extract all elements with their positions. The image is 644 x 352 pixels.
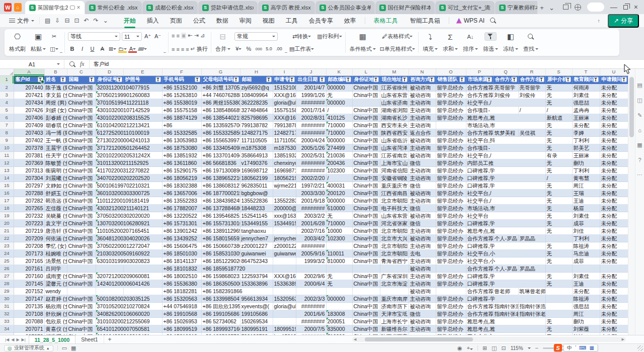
cell-A25[interactable]: 207165 bbox=[14, 257, 44, 265]
cell-C10[interactable]: China中国 bbox=[67, 144, 96, 151]
cell-U33[interactable]: 未分配 bbox=[600, 317, 628, 325]
cell-P2[interactable]: 合作方推荐 bbox=[466, 83, 493, 91]
cell-I28[interactable]: 153363896 bbox=[273, 280, 296, 287]
cell-P9[interactable]: 社交平台,抖 bbox=[466, 136, 545, 144]
cell-C31[interactable]: China中国 bbox=[67, 302, 96, 310]
cell-F19[interactable]: +86 13220522 bbox=[162, 212, 201, 219]
column-header-K[interactable]: K bbox=[326, 69, 352, 75]
cell-G7[interactable]: +86 1335925706 bbox=[201, 121, 240, 129]
document-tab[interactable]: S 可过_支付宝+_滴滴 bbox=[435, 1, 495, 14]
filter-dropdown-icon[interactable] bbox=[60, 77, 66, 82]
cell-D7[interactable]: 610104200212213421 bbox=[96, 121, 162, 129]
cell-H14[interactable]: 180562199 bbox=[240, 174, 273, 182]
cell-F6[interactable]: +86 18874129 bbox=[162, 114, 201, 121]
cell-L3[interactable]: China中国 bbox=[352, 91, 380, 99]
cell-B26[interactable]: 吕同学 bbox=[44, 265, 67, 272]
cell-F11[interactable]: +86 13851932 bbox=[162, 151, 201, 159]
cell-O17[interactable]: 留学总经办 bbox=[436, 197, 466, 204]
column-header-T[interactable]: T bbox=[572, 69, 600, 75]
row-number-1[interactable]: 1 bbox=[0, 75, 14, 83]
cell-C27[interactable]: China中国 bbox=[67, 272, 96, 280]
cell-K9[interactable]: 000000 bbox=[326, 136, 352, 144]
cell-N19[interactable]: 被动咨询 bbox=[409, 212, 436, 219]
cell-T10[interactable]: 郭美艺 bbox=[572, 144, 600, 151]
menu-item-效率[interactable]: 效率 bbox=[339, 15, 362, 27]
cell-T24[interactable]: 马忠迪 bbox=[572, 249, 600, 257]
header-cell-S1[interactable]: 原中介机 bbox=[545, 75, 572, 83]
cell-A28[interactable]: 207145 bbox=[14, 280, 44, 287]
cell-O6[interactable]: 留学总经办 bbox=[436, 114, 466, 121]
cell-T2[interactable]: 何雨涛 bbox=[572, 83, 600, 91]
cell-J14[interactable]: 2002/2/20 bbox=[296, 174, 326, 182]
cell-U12[interactable]: 未分配 bbox=[600, 159, 628, 166]
cell-G31[interactable]: +86 田欣欣1395 bbox=[201, 302, 240, 310]
cell-P4[interactable]: 社交平台,/ bbox=[466, 99, 545, 106]
resize-grip[interactable] bbox=[637, 345, 643, 351]
cell-S10[interactable]: 无 bbox=[545, 144, 572, 151]
cell-P10[interactable]: 合作项目- bbox=[466, 144, 545, 151]
cell-H8[interactable]: 124827175 bbox=[240, 129, 273, 136]
page-break-icon[interactable]: ⊡ bbox=[502, 345, 506, 351]
eye-protect-icon[interactable]: ◉ bbox=[457, 345, 462, 351]
merge-button[interactable]: ⊟合并 bbox=[213, 31, 233, 54]
filter-dropdown-icon[interactable] bbox=[459, 77, 465, 82]
cell-I7[interactable]: 799138782 bbox=[273, 121, 296, 129]
cell-O30[interactable]: 留学总经办 bbox=[436, 295, 466, 302]
cell-A9[interactable]: 207402 bbox=[14, 136, 44, 144]
cell-F31[interactable]: +44 07546918 bbox=[162, 302, 201, 310]
cell-O10[interactable]: 留学总经办 bbox=[436, 144, 466, 151]
contacts-icon[interactable]: ▦ bbox=[637, 142, 642, 148]
row-number-27[interactable]: 27 bbox=[0, 272, 14, 280]
rows-cols-button[interactable]: ▥ 行和列 bbox=[317, 32, 342, 40]
cell-G32[interactable]: +86 199105686 bbox=[201, 310, 240, 317]
cell-S29[interactable] bbox=[545, 287, 572, 295]
cell-U3[interactable]: 未分配 bbox=[600, 91, 628, 99]
cell-R32[interactable]: 指南针张老 bbox=[518, 310, 545, 317]
cell-N20[interactable]: 微信 bbox=[409, 219, 436, 227]
cell-F34[interactable]: +86 18099519 bbox=[162, 325, 201, 332]
close-button[interactable]: × bbox=[634, 4, 638, 11]
cell-S5[interactable]: / bbox=[545, 106, 572, 114]
cell-P18[interactable]: 市场活动,市 bbox=[466, 204, 545, 212]
cell-P6[interactable]: 雅思考点,雅 bbox=[466, 114, 545, 121]
cell-O22[interactable]: 留学总经办 bbox=[436, 234, 466, 242]
font-dialog-launcher[interactable] bbox=[164, 50, 166, 53]
more-icon[interactable]: ⌄ bbox=[103, 17, 108, 24]
cell-S24[interactable]: 无 bbox=[545, 249, 572, 257]
cell-L11[interactable]: China中国 bbox=[352, 151, 380, 159]
cell-L2[interactable]: China中国 bbox=[352, 83, 380, 91]
cell-I19[interactable]: xxx@163.cc bbox=[273, 212, 296, 219]
cell-L15[interactable]: China中国 bbox=[352, 182, 380, 189]
cell-U21[interactable]: 未分配 bbox=[600, 227, 628, 234]
cell-D3[interactable]: 370502199901260083 bbox=[96, 91, 162, 99]
row-number-34[interactable]: 34 bbox=[0, 325, 14, 332]
formula-input[interactable]: 客户id bbox=[90, 60, 113, 68]
cell-C24[interactable]: China中国 bbox=[67, 249, 96, 257]
menu-item-开始[interactable]: 开始 bbox=[118, 15, 141, 27]
align-right-icon[interactable]: ≡ bbox=[181, 46, 184, 52]
cell-S23[interactable]: 无 bbox=[545, 242, 572, 249]
cell-B28[interactable]: 梁馨元 (女 bbox=[44, 280, 67, 287]
align-left-icon[interactable]: ≡ bbox=[172, 46, 175, 52]
column-header-Q[interactable]: Q bbox=[493, 69, 518, 75]
cell-U26[interactable] bbox=[600, 265, 628, 272]
cell-A2[interactable]: 207440 bbox=[14, 83, 44, 91]
cell-I21[interactable] bbox=[273, 227, 296, 234]
cell-G30[interactable]: +86 1339985047 bbox=[201, 295, 240, 302]
cell-N11[interactable]: 被动咨询 bbox=[409, 151, 436, 159]
cell-K14[interactable]: / bbox=[326, 174, 352, 182]
header-cell-I1[interactable]: 申请专用 bbox=[273, 75, 296, 83]
column-header-C[interactable]: C bbox=[67, 69, 96, 75]
header-cell-K1[interactable]: 邮政编码 bbox=[326, 75, 352, 83]
cell-N30[interactable]: 主动咨询 bbox=[409, 295, 436, 302]
cell-I22[interactable]: jennychen7 bbox=[273, 234, 296, 242]
cell-S15[interactable]: 无 bbox=[545, 182, 572, 189]
cell-J19[interactable]: 2003/2/2 bbox=[296, 212, 326, 219]
cell-O20[interactable]: 留学总经办 bbox=[436, 219, 466, 227]
cell-J29[interactable] bbox=[296, 287, 326, 295]
cell-S30[interactable] bbox=[545, 295, 572, 302]
cell-H12[interactable]: v17490376 bbox=[240, 159, 273, 166]
cell-O16[interactable]: 留学总经办 bbox=[436, 189, 466, 197]
cell-A32[interactable]: 207108 bbox=[14, 310, 44, 317]
cell-C4[interactable]: China中国 bbox=[67, 99, 96, 106]
